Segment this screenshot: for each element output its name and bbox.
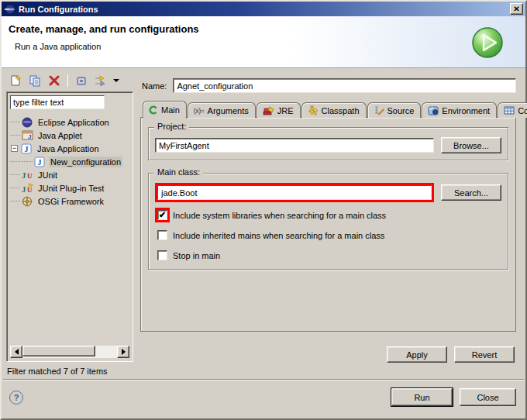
include-system-libraries-checkbox[interactable]: ✔: [157, 210, 167, 220]
tree-item-label: Java Applet: [36, 130, 84, 141]
eclipse-logo-icon: [5, 4, 16, 15]
checkbox-label: Include system libraries when searching …: [173, 211, 386, 220]
run-button[interactable]: Run: [391, 388, 453, 406]
java-application-icon: J: [20, 143, 33, 155]
checkbox-label: Stop in main: [173, 251, 220, 260]
tree-horizontal-scrollbar[interactable]: [10, 346, 129, 358]
tab-source[interactable]: Source: [367, 102, 422, 118]
source-tab-icon: [374, 105, 384, 115]
common-tab-icon: [504, 106, 515, 115]
tree-item-label: JUnit: [36, 170, 59, 181]
java-applet-icon: J: [21, 129, 33, 142]
tree-item-label: OSGi Framework: [36, 196, 105, 207]
toolbar-separator: [67, 74, 68, 87]
stop-in-main-checkbox[interactable]: [157, 250, 167, 260]
include-inherited-mains-checkbox[interactable]: [157, 230, 167, 240]
name-input[interactable]: [173, 78, 516, 93]
scroll-right-icon[interactable]: [117, 346, 129, 358]
tree-item-label: Java Application: [36, 143, 101, 154]
filter-status: Filter matched 7 of 7 items: [6, 362, 133, 379]
svg-text:J: J: [22, 184, 26, 194]
delete-config-icon[interactable]: [46, 74, 62, 88]
checkbox-row-stop-in-main: Stop in main: [155, 248, 501, 263]
main-tab-panel: Project: Browse... Main class: Search...: [140, 117, 516, 332]
tree-item-label: New_configuration: [49, 157, 122, 167]
tree-item-junit[interactable]: J U JUnit: [10, 168, 129, 181]
config-editor: Name: Main (x)= Arguments: [140, 71, 519, 379]
close-window-icon[interactable]: ✕: [510, 3, 523, 15]
config-tree-panel: Eclipse Application J Java Applet: [6, 91, 133, 362]
new-config-icon[interactable]: [8, 74, 23, 88]
titlebar[interactable]: Run Configurations ✕: [2, 2, 525, 16]
main-class-highlight: [155, 183, 434, 202]
duplicate-config-icon[interactable]: [27, 74, 43, 88]
browse-button[interactable]: Browse...: [441, 137, 501, 153]
svg-text:U: U: [27, 172, 33, 180]
banner-subtitle: Run a Java application: [15, 42, 101, 51]
tree-item-new-configuration[interactable]: J New_configuration: [10, 155, 129, 168]
checkbox-row-inherited-mains: Include inherited mains when searching f…: [155, 228, 501, 243]
junit-plugin-icon: J U: [21, 182, 33, 195]
close-button[interactable]: Close: [460, 388, 516, 406]
tab-common[interactable]: Common: [498, 102, 527, 118]
revert-button[interactable]: Revert: [454, 346, 515, 363]
checkbox-highlight: ✔: [155, 208, 170, 222]
tab-main[interactable]: Main: [143, 101, 187, 119]
classpath-tab-icon: [308, 105, 319, 115]
svg-text:J: J: [24, 145, 28, 153]
configurations-sidebar: Eclipse Application J Java Applet: [6, 71, 133, 379]
apply-button[interactable]: Apply: [387, 346, 447, 363]
svg-text:J: J: [22, 170, 26, 180]
scrollbar-thumb[interactable]: [22, 346, 95, 356]
collapse-all-icon[interactable]: [74, 74, 89, 88]
run-configurations-dialog: Run Configurations ✕ Create, manage, and…: [0, 0, 527, 420]
checkbox-row-system-libraries: ✔ Include system libraries when searchin…: [155, 208, 501, 222]
eclipse-application-icon: [21, 116, 33, 129]
search-button[interactable]: Search...: [441, 184, 501, 201]
collapse-expander-icon[interactable]: −: [11, 145, 18, 152]
project-group: Project: Browse...: [148, 127, 508, 160]
tree-item-java-application[interactable]: − J Java Application: [10, 142, 129, 155]
banner-title: Create, manage, and run configurations: [9, 23, 199, 35]
help-icon[interactable]: ?: [9, 391, 23, 405]
tab-arguments[interactable]: (x)= Arguments: [188, 102, 256, 118]
main-class-group: Main class: Search... ✔ Include system l…: [148, 173, 508, 270]
arguments-tab-icon: (x)=: [194, 107, 205, 115]
java-application-icon: J: [33, 156, 46, 168]
tab-jre[interactable]: JRE: [257, 102, 301, 118]
run-play-icon: [471, 26, 504, 59]
banner: Create, manage, and run configurations R…: [2, 16, 525, 68]
main-area: Eclipse Application J Java Applet: [2, 68, 525, 379]
jre-tab-icon: [263, 106, 274, 115]
project-input[interactable]: [155, 138, 434, 153]
footer: ? Run Close: [2, 380, 525, 418]
svg-text:J: J: [28, 133, 31, 140]
tab-classpath[interactable]: Classpath: [301, 102, 367, 118]
config-tabs: Main (x)= Arguments JRE: [140, 101, 516, 117]
config-toolbar: [6, 71, 133, 91]
svg-text:U: U: [27, 186, 33, 194]
environment-tab-icon: [428, 106, 439, 115]
window-title: Run Configurations: [19, 5, 507, 14]
panel-sash[interactable]: [133, 71, 140, 379]
tree-item-junit-plugin-test[interactable]: J U JUnit Plug-in Test: [10, 181, 129, 195]
main-tab-icon: [149, 105, 158, 115]
tree-item-osgi-framework[interactable]: OSGi Framework: [10, 195, 129, 208]
osgi-framework-icon: [21, 195, 33, 208]
config-tree: Eclipse Application J Java Applet: [10, 109, 129, 346]
svg-text:J: J: [37, 158, 41, 167]
tree-item-label: JUnit Plug-in Test: [36, 183, 105, 194]
tree-item-label: Eclipse Application: [36, 117, 111, 128]
menu-dropdown-icon[interactable]: [112, 74, 120, 88]
project-group-label: Project:: [154, 122, 189, 131]
tree-item-java-applet[interactable]: J Java Applet: [10, 129, 129, 142]
tree-item-eclipse-application[interactable]: Eclipse Application: [10, 115, 129, 129]
main-class-input[interactable]: [157, 185, 432, 200]
scroll-left-icon[interactable]: [10, 346, 22, 358]
tab-environment[interactable]: Environment: [422, 102, 497, 118]
checkbox-label: Include inherited mains when searching f…: [173, 231, 384, 240]
junit-icon: J U: [21, 169, 33, 181]
name-label: Name:: [140, 81, 167, 91]
filter-configs-icon[interactable]: [93, 74, 108, 88]
filter-input[interactable]: [10, 95, 105, 109]
